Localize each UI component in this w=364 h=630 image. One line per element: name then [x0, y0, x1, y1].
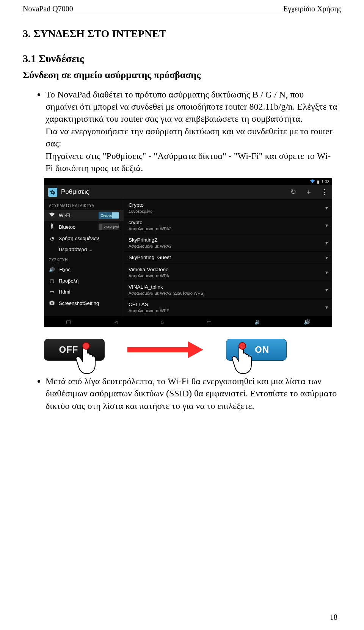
document-page: NovaPad Q7000 Εγχειρίδιο Χρήσης 3. ΣΥΝΔΕ… — [0, 0, 364, 630]
camera-icon — [49, 300, 55, 307]
sidebar-item-more[interactable]: Περισσότερα ... — [44, 244, 124, 255]
toggle-thumb — [112, 212, 119, 218]
nav-back-icon[interactable]: ◅ — [114, 318, 118, 325]
wifi-network-sub: Ασφαλισμένα με WEP — [129, 308, 325, 314]
refresh-icon[interactable]: ↻ — [290, 187, 296, 196]
wifi-network-item[interactable]: VINALIA_tplink Ασφαλισμένα με WPA2 (Διαθ… — [124, 281, 332, 299]
svg-point-4 — [239, 342, 246, 349]
section-heading-main: 3. ΣΥΝΔΕΣΗ ΣΤΟ ΙΝΤΕΡΝΕΤ — [23, 27, 341, 41]
wifi-network-sub: Ασφαλισμένα με WPA2 — [129, 226, 325, 232]
settings-sidebar: ΑΣΥΡΜΑΤΟ ΚΑΙ ΔΙΚΤΥΑ Wi-Fi Ενεργό B — [44, 200, 124, 316]
wifi-network-item[interactable]: Crypto Συνδεδεμένο ▾ — [124, 200, 332, 217]
sidebar-item-data-usage[interactable]: ◔ Χρήση δεδομένων — [44, 233, 124, 244]
para: Το NovaPad διαθέτει το πρότυπο ασύρματης… — [46, 90, 337, 124]
toggle-button-on: ON — [226, 339, 287, 361]
overflow-menu-icon[interactable]: ⋮ — [321, 187, 328, 196]
nav-volume-up-icon[interactable]: 🔊 — [304, 318, 310, 325]
sidebar-item-label: Hdmi — [59, 289, 70, 295]
signal-icon: ▾ — [325, 286, 328, 294]
wifi-network-name: crypto — [129, 219, 325, 226]
status-time: 1:33 — [322, 179, 329, 185]
wifi-network-list: Crypto Συνδεδεμένο ▾ crypto Ασφαλισμένα … — [124, 200, 332, 316]
signal-icon: ▾ — [325, 239, 328, 247]
sidebar-item-label: Ήχος — [59, 266, 71, 273]
wifi-icon — [310, 179, 315, 185]
wifi-network-sub: Ασφαλισμένα με WPA2 (Διαθέσιμο WPS) — [129, 291, 325, 296]
header-right: Εγχειρίδιο Χρήσης — [283, 4, 341, 14]
section-heading-sub: 3.1 Συνδέσεις — [23, 52, 341, 66]
sidebar-item-hdmi[interactable]: ▭ Hdmi — [44, 286, 124, 298]
header-left: NovaPad Q7000 — [23, 4, 73, 14]
bluetooth-icon — [49, 223, 55, 231]
subsection-title: Σύνδεση σε σημείο ασύρματης πρόσβασης — [23, 68, 341, 82]
sidebar-item-label: Περισσότερα ... — [59, 246, 93, 253]
para: Πηγαίνετε στις "Ρυθμίσεις" - "Ασύρματα δ… — [46, 151, 331, 173]
system-navbar: ▢ ◅ ⌂ ▭ 🔉 🔊 — [44, 316, 332, 327]
sidebar-item-label: Bluetoo — [59, 224, 75, 231]
bullet-list-1: Το NovaPad διαθέτει το πρότυπο ασύρματης… — [23, 88, 341, 174]
signal-icon: ▾ — [325, 304, 328, 311]
status-bar: ▮ 1:33 — [44, 178, 332, 185]
wifi-network-name: Crypto — [129, 202, 325, 209]
add-icon[interactable]: ＋ — [305, 187, 312, 196]
sidebar-item-label: Προβολή — [59, 278, 78, 284]
wifi-toggle[interactable]: Ενεργό — [99, 212, 119, 219]
svg-rect-2 — [51, 301, 53, 302]
wifi-network-item[interactable]: SkyPrintingZ Ασφαλισμένα με WPA2 ▾ — [124, 234, 332, 252]
nav-volume-down-icon[interactable]: 🔉 — [254, 318, 261, 325]
data-usage-icon: ◔ — [49, 235, 55, 242]
page-number: 18 — [330, 612, 337, 622]
wifi-network-sub: Ασφαλισμένα με WPA — [129, 273, 325, 279]
nav-home-icon[interactable]: ⌂ — [161, 318, 164, 325]
wifi-network-item[interactable]: crypto Ασφαλισμένα με WPA2 ▾ — [124, 217, 332, 234]
sidebar-item-label: Χρήση δεδομένων — [59, 235, 99, 242]
toggle-on-label: ON — [255, 344, 269, 356]
wifi-network-name: CELLAS — [129, 301, 325, 308]
para: Μετά από λίγα δευτερόλεπτα, το Wi-Fi θα … — [46, 375, 341, 412]
sidebar-section-header: ΣΥΣΚΕΥΗ — [44, 255, 124, 264]
page-header: NovaPad Q7000 Εγχειρίδιο Χρήσης — [23, 4, 341, 15]
sidebar-item-bluetooth[interactable]: Bluetoo Ανενεργό — [44, 221, 124, 233]
list-item: Το NovaPad διαθέτει το πρότυπο ασύρματης… — [46, 88, 341, 174]
wifi-network-sub: Συνδεδεμένο — [129, 209, 325, 214]
sidebar-item-wifi[interactable]: Wi-Fi Ενεργό — [44, 210, 124, 221]
wifi-network-item[interactable]: SkyPrinting_Guest ▾ — [124, 252, 332, 264]
titlebar-actions: ↻ ＋ ⋮ — [290, 187, 328, 196]
bluetooth-toggle[interactable]: Ανενεργό — [99, 223, 119, 230]
svg-point-3 — [83, 342, 89, 349]
sidebar-item-sound[interactable]: 🔊 Ήχος — [44, 264, 124, 275]
toggle-thumb — [99, 224, 102, 230]
display-icon: ▢ — [49, 278, 55, 284]
sidebar-item-label: Wi-Fi — [59, 212, 70, 219]
nav-recent-icon[interactable]: ▭ — [207, 318, 212, 325]
toggle-label: Ενεργό — [99, 212, 112, 219]
signal-icon: ▾ — [325, 269, 328, 276]
hand-pointer-icon — [230, 341, 257, 375]
sidebar-item-display[interactable]: ▢ Προβολή — [44, 275, 124, 287]
wifi-icon — [49, 212, 55, 219]
wifi-network-item[interactable]: CELLAS Ασφαλισμένα με WEP ▾ — [124, 299, 332, 316]
bullet-list-2: Μετά από λίγα δευτερόλεπτα, το Wi-Fi θα … — [23, 375, 341, 412]
wifi-network-name: VINALIA_tplink — [129, 284, 325, 291]
signal-icon: ▾ — [325, 204, 328, 212]
toggle-illustration: OFF ON — [44, 339, 341, 361]
arrow-right-icon — [127, 341, 203, 358]
settings-titlebar: Ρυθμίσεις ↻ ＋ ⋮ — [44, 185, 332, 199]
wifi-network-name: Vimelia-Vodafone — [129, 266, 325, 273]
android-settings-screenshot: ▮ 1:33 Ρυθμίσεις ↻ ＋ ⋮ ΑΣΥΡΜΑΤΟ ΚΑΙ ΔΙΚΤ… — [44, 178, 332, 327]
toggle-button-off: OFF — [44, 339, 105, 361]
sound-icon: 🔊 — [49, 266, 55, 273]
wifi-network-sub: Ασφαλισμένα με WPA2 — [129, 244, 325, 249]
wifi-network-item[interactable]: Vimelia-Vodafone Ασφαλισμένα με WPA ▾ — [124, 264, 332, 281]
wifi-network-name: SkyPrinting_Guest — [129, 254, 325, 261]
sidebar-section-header: ΑΣΥΡΜΑΤΟ ΚΑΙ ΔΙΚΤΥΑ — [44, 201, 124, 210]
para: Για να ενεργοποιήσετε την ασύρματη δικτύ… — [46, 126, 333, 148]
wifi-network-name: SkyPrintingZ — [129, 237, 325, 244]
signal-icon: ▾ — [325, 254, 328, 261]
settings-app-icon — [48, 188, 57, 197]
sidebar-item-screenshot-setting[interactable]: ScreenshotSetting — [44, 298, 124, 309]
svg-point-1 — [51, 302, 53, 304]
notifications-icon[interactable]: ▢ — [66, 318, 71, 325]
hdmi-icon: ▭ — [49, 289, 55, 295]
sidebar-item-label: ScreenshotSetting — [59, 300, 99, 307]
